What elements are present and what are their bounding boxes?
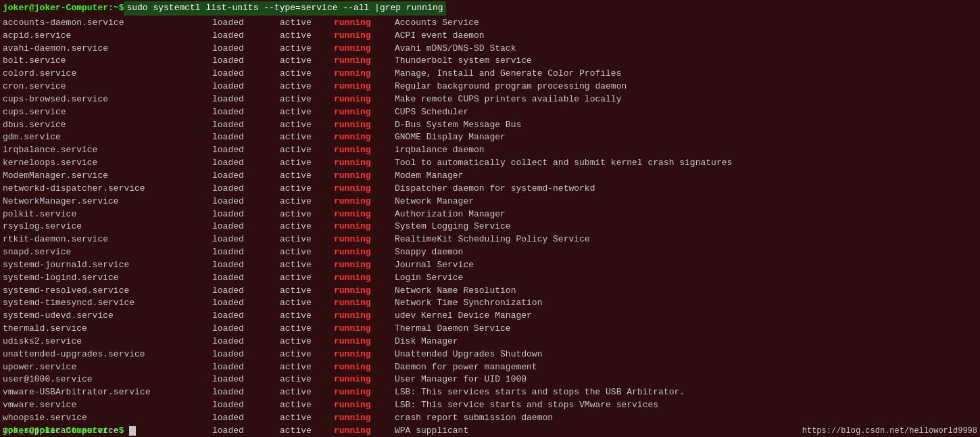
service-loaded: loaded	[212, 144, 280, 157]
service-description: crash report submission daemon	[395, 412, 553, 425]
service-loaded: loaded	[212, 208, 280, 221]
service-active: active	[280, 297, 334, 310]
service-loaded: loaded	[212, 80, 280, 93]
table-row: systemd-logind.service loaded active run…	[0, 272, 980, 285]
service-status: running	[334, 310, 395, 323]
service-loaded: loaded	[212, 43, 280, 55]
service-name: cups-browsed.service	[3, 93, 212, 106]
table-row: systemd-resolved.service loaded active r…	[0, 285, 980, 298]
command-line: joker@joker-Computer:~$ sudo systemctl l…	[0, 0, 980, 17]
service-name: cron.service	[3, 80, 212, 93]
service-name: kerneloops.service	[3, 157, 212, 170]
service-status: running	[334, 386, 395, 399]
service-description: Snappy daemon	[395, 246, 463, 259]
service-loaded: loaded	[212, 272, 280, 285]
service-active: active	[280, 272, 334, 285]
table-row: irqbalance.service loaded active running…	[0, 144, 980, 157]
service-loaded: loaded	[212, 221, 280, 233]
service-name: thermald.service	[3, 323, 212, 336]
service-status: running	[334, 323, 395, 336]
service-name: polkit.service	[3, 208, 212, 221]
service-status: running	[334, 297, 395, 310]
service-active: active	[280, 43, 334, 55]
service-name: systemd-journald.service	[3, 259, 212, 272]
service-name: rtkit-daemon.service	[3, 233, 212, 246]
table-row: accounts-daemon.service loaded active ru…	[0, 17, 980, 30]
table-row: systemd-udevd.service loaded active runn…	[0, 310, 980, 323]
service-name: snapd.service	[3, 246, 212, 259]
service-name: acpid.service	[3, 30, 212, 43]
service-active: active	[280, 361, 334, 374]
prompt: joker@joker-Computer:~$	[3, 2, 124, 15]
service-status: running	[334, 17, 395, 30]
service-status: running	[334, 68, 395, 80]
service-description: Unattended Upgrades Shutdown	[395, 348, 542, 361]
service-loaded: loaded	[212, 373, 280, 386]
service-status: running	[334, 30, 395, 43]
service-status: running	[334, 170, 395, 183]
table-row: snapd.service loaded active running Snap…	[0, 246, 980, 259]
service-loaded: loaded	[212, 233, 280, 246]
table-row: avahi-daemon.service loaded active runni…	[0, 43, 980, 55]
service-description: Network Name Resolution	[395, 285, 516, 298]
table-row: cups-browsed.service loaded active runni…	[0, 93, 980, 106]
service-loaded: loaded	[212, 183, 280, 196]
service-status: running	[334, 144, 395, 157]
table-row: user@1000.service loaded active running …	[0, 373, 980, 386]
service-active: active	[280, 208, 334, 221]
service-status: running	[334, 272, 395, 285]
service-name: unattended-upgrades.service	[3, 348, 212, 361]
service-active: active	[280, 246, 334, 259]
service-name: networkd-dispatcher.service	[3, 183, 212, 196]
service-status: running	[334, 106, 395, 119]
service-active: active	[280, 157, 334, 170]
service-name: systemd-logind.service	[3, 272, 212, 285]
service-description: irqbalance daemon	[395, 144, 485, 157]
service-loaded: loaded	[212, 170, 280, 183]
service-active: active	[280, 399, 334, 412]
service-status: running	[334, 233, 395, 246]
service-status: running	[334, 93, 395, 106]
service-loaded: loaded	[212, 297, 280, 310]
service-active: active	[280, 183, 334, 196]
table-row: vmware-USBArbitrator.service loaded acti…	[0, 386, 980, 399]
service-status: running	[334, 246, 395, 259]
service-active: active	[280, 144, 334, 157]
service-active: active	[280, 17, 334, 30]
service-loaded: loaded	[212, 68, 280, 80]
service-status: running	[334, 412, 395, 425]
service-status: running	[334, 43, 395, 55]
service-description: D-Bus System Message Bus	[395, 119, 521, 132]
table-row: vmware.service loaded active running LSB…	[0, 399, 980, 412]
service-name: systemd-resolved.service	[3, 285, 212, 298]
service-loaded: loaded	[212, 412, 280, 425]
service-description: Modem Manager	[395, 170, 463, 183]
service-description: Authorization Manager	[395, 208, 506, 221]
service-status: running	[334, 373, 395, 386]
table-row: unattended-upgrades.service loaded activ…	[0, 348, 980, 361]
service-name: irqbalance.service	[3, 144, 212, 157]
service-name: bolt.service	[3, 55, 212, 68]
service-loaded: loaded	[212, 196, 280, 208]
service-status: running	[334, 361, 395, 374]
service-loaded: loaded	[212, 259, 280, 272]
service-name: whoopsie.service	[3, 412, 212, 425]
service-status: running	[334, 157, 395, 170]
service-description: Make remote CUPS printers available loca…	[395, 93, 621, 106]
service-description: Thermal Daemon Service	[395, 323, 511, 336]
service-loaded: loaded	[212, 131, 280, 144]
service-description: Accounts Service	[395, 17, 479, 30]
service-active: active	[280, 131, 334, 144]
command-text: sudo systemctl list-units --type=service…	[124, 1, 445, 16]
service-loaded: loaded	[212, 93, 280, 106]
service-name: upower.service	[3, 361, 212, 374]
table-row: udisks2.service loaded active running Di…	[0, 336, 980, 348]
service-status: running	[334, 131, 395, 144]
service-description: RealtimeKit Scheduling Policy Service	[395, 233, 590, 246]
service-name: avahi-daemon.service	[3, 43, 212, 55]
service-active: active	[280, 68, 334, 80]
service-active: active	[280, 412, 334, 425]
service-active: active	[280, 373, 334, 386]
service-name: gdm.service	[3, 131, 212, 144]
service-name: vmware-USBArbitrator.service	[3, 386, 212, 399]
